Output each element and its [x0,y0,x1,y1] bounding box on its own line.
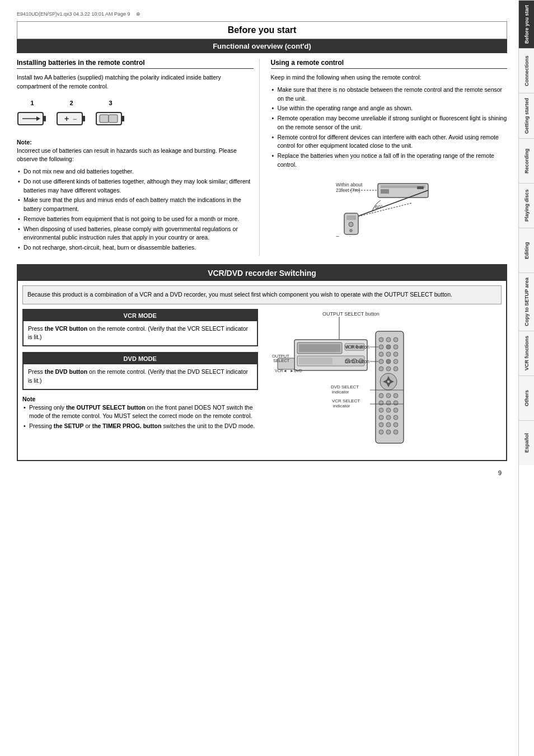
bullet-item: When disposing of used batteries, please… [17,225,254,243]
sidebar-tab-playing-discs[interactable]: Playing discs [519,183,534,228]
svg-rect-10 [100,115,109,123]
vcr-dvd-section: VCR/DVD recorder Switching Because this … [17,264,507,461]
sidebar-tab-recording[interactable]: Recording [519,138,534,183]
svg-rect-39 [299,358,332,364]
section-title: Functional overview (cont'd) [17,39,507,53]
sidebar-tab-copy-setup[interactable]: Copy to SETUP area [519,273,534,331]
page-title: Before you start [17,21,507,39]
sidebar-tab-getting-started[interactable]: Getting started [519,93,534,138]
svg-point-70 [379,408,383,412]
remote-angle-diagram: Within about 23feet (7m) 60° Remot [271,175,508,237]
svg-text:indicator: indicator [332,389,349,395]
svg-text:VCR SELECT: VCR SELECT [332,398,360,403]
vcr-dvd-inner: VCR MODE Press the VCR button on the rem… [18,309,506,460]
svg-point-44 [379,337,383,342]
svg-point-78 [394,422,398,427]
bullet-item: Remote operation may become unreliable i… [271,114,508,132]
svg-point-57 [386,367,391,371]
svg-point-64 [379,393,383,398]
svg-point-65 [386,393,391,398]
vcr-note-bullet-2: Pressing the SETUP or the TIMER PROG. bu… [22,422,258,431]
left-col-heading: Installing batteries in the remote contr… [17,59,254,69]
svg-rect-11 [109,115,118,123]
svg-point-51 [386,352,391,356]
vcr-mode-content: Press the VCR button on the remote contr… [24,321,257,346]
right-column: Using a remote control Keep in mind the … [271,59,508,256]
note-label: Note: [17,139,254,145]
svg-point-75 [394,415,398,420]
page-number: 9 [17,467,507,479]
svg-point-68 [386,401,391,405]
svg-point-67 [379,401,383,405]
svg-line-20 [355,203,411,217]
left-column: Installing batteries in the remote contr… [17,59,260,256]
battery-step-3: 3 [95,100,126,130]
svg-text:►DVD: ►DVD [290,369,302,373]
meta-line: E9410UD(EN/SP)v1.qx3 04.3.22 10:01 AM Pa… [17,11,507,17]
svg-rect-1 [43,116,46,121]
vcr-dvd-left: VCR MODE Press the VCR button on the rem… [22,309,258,456]
dvd-mode-content: Press the DVD button on the remote contr… [24,364,257,389]
svg-text:VCR◄: VCR◄ [275,369,287,373]
sidebar-tab-editing[interactable]: Editing [519,228,534,273]
bullet-item: Use within the operating range and angle… [271,104,508,113]
note-text: Incorrect use of batteries can result in… [17,147,254,165]
svg-point-54 [386,359,391,364]
battery-step-1: 1 [17,100,48,130]
sidebar-tab-vcr-functions[interactable]: VCR functions [519,331,534,375]
svg-point-74 [386,415,391,420]
svg-text:OUTPUT SELECT button: OUTPUT SELECT button [322,311,380,317]
vcr-mode-box: VCR MODE Press the VCR button on the rem… [22,309,258,347]
sidebar-tab-connections[interactable]: Connections [519,48,534,93]
battery-icon-1 [17,108,48,130]
bullet-item: Replace the batteries when you notice a … [271,152,508,170]
svg-point-73 [379,415,383,420]
dvd-mode-title: DVD MODE [24,353,257,364]
svg-rect-15 [417,186,424,189]
svg-point-53 [379,359,383,364]
battery-icon-2: + − [56,108,87,130]
svg-text:indicator: indicator [333,403,350,408]
svg-point-81 [394,430,398,434]
svg-text:23feet (7m): 23feet (7m) [336,187,360,193]
vcr-dvd-svg: OUTPUT SELECT button [266,309,412,454]
svg-text:+: + [64,114,69,123]
svg-point-77 [386,422,391,427]
battery-step-2: 2 + − [56,100,87,130]
svg-point-25 [349,229,353,232]
battery-icon-3 [95,108,126,130]
right-col-heading: Using a remote control [271,59,508,69]
svg-rect-32 [299,344,340,352]
bullet-item: Do not recharge, short-circuit, heat, bu… [17,243,254,252]
sidebar-tab-espanol[interactable]: Español [519,420,534,465]
two-col-layout: Installing batteries in the remote contr… [17,59,507,256]
bullet-item: Make sure that there is no obstacle betw… [271,86,508,104]
vcr-dvd-diagram: OUTPUT SELECT button [266,309,502,456]
svg-point-71 [386,408,391,412]
bullet-item: Do not use different kinds of batteries … [17,177,254,195]
svg-rect-14 [381,189,389,194]
svg-point-24 [349,222,353,227]
svg-point-45 [386,337,391,342]
dvd-mode-box: DVD MODE Press the DVD button on the rem… [22,352,258,390]
vcr-note-bullets: Pressing only the OUTPUT SELECT button o… [22,403,258,431]
svg-point-46 [394,337,398,342]
svg-point-76 [379,422,383,427]
bullet-item: Remove batteries from equipment that is … [17,215,254,224]
svg-point-56 [379,367,383,371]
sidebar-tab-others[interactable]: Others [519,375,534,420]
svg-point-66 [394,393,398,398]
svg-text:VCR button: VCR button [345,344,369,350]
svg-rect-5 [82,116,85,121]
svg-point-48 [386,345,391,349]
battery-diagram: 1 2 + [17,97,254,133]
vcr-mode-title: VCR MODE [24,310,257,321]
bullet-item: Make sure that the plus and minus ends o… [17,196,254,214]
svg-point-79 [379,430,383,434]
svg-point-52 [394,352,398,356]
svg-point-47 [379,345,383,349]
svg-text:Within about: Within about [336,182,363,187]
sidebar-tab-before-you-start[interactable]: Before you start [519,0,534,48]
crosshair-icon: ⊕ [136,11,140,17]
battery-note-bullets: Do not mix new and old batteries togethe… [17,167,254,252]
